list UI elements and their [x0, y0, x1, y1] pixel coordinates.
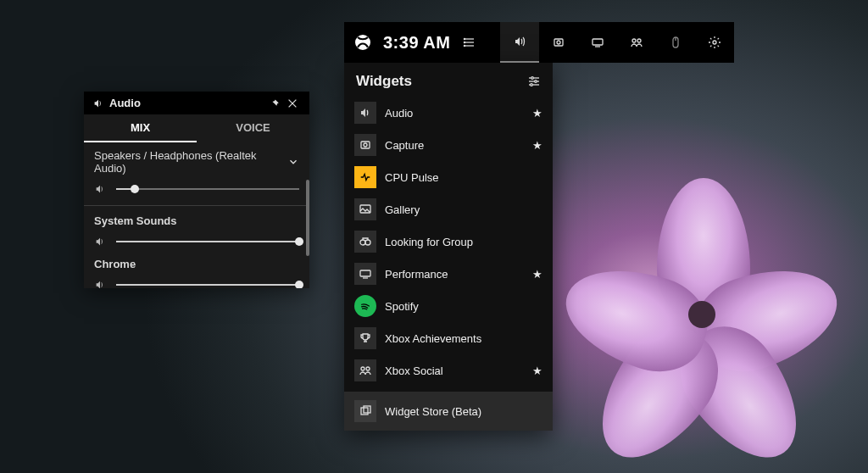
svg-rect-32 — [364, 406, 370, 413]
pin-icon[interactable] — [267, 97, 284, 109]
audio-title: Audio — [109, 97, 141, 109]
volume-icon — [94, 236, 109, 248]
audio-widget: Audio MIX VOICE Speakers / Headphones (R… — [84, 92, 309, 288]
chevron-down-icon[interactable] — [287, 156, 299, 168]
svg-point-0 — [355, 35, 370, 50]
svg-rect-31 — [361, 408, 368, 415]
volume-icon — [92, 97, 104, 109]
svg-point-20 — [535, 81, 537, 83]
widget-item-spotify[interactable]: Spotify — [344, 290, 553, 322]
svg-point-19 — [531, 77, 534, 80]
widget-item-label: Gallery — [385, 203, 420, 216]
svg-point-26 — [365, 240, 370, 245]
svg-rect-22 — [361, 142, 370, 148]
svg-rect-9 — [593, 39, 603, 45]
svg-point-12 — [637, 39, 641, 42]
social-icon — [354, 359, 376, 381]
favorite-star-icon[interactable]: ★ — [532, 268, 542, 281]
cpu-icon — [354, 166, 376, 188]
master-volume-slider[interactable] — [116, 188, 299, 190]
svg-point-8 — [557, 41, 560, 44]
topbar-capture-icon[interactable] — [539, 22, 578, 63]
audio-tabs: MIX VOICE — [84, 114, 309, 142]
svg-point-15 — [713, 41, 716, 44]
app-volume-label: Chrome — [94, 258, 299, 270]
tab-voice[interactable]: VOICE — [197, 114, 309, 142]
widget-item-social[interactable]: Xbox Social ★ — [344, 354, 553, 387]
volume-icon — [354, 102, 376, 124]
topbar-performance-icon[interactable] — [578, 22, 617, 63]
topbar-time: 3:39 AM — [383, 33, 450, 53]
widget-item-label: Looking for Group — [385, 236, 473, 248]
gallery-icon — [354, 198, 376, 220]
widget-item-label: Performance — [385, 268, 448, 281]
favorite-star-icon[interactable]: ★ — [532, 139, 542, 152]
svg-point-30 — [366, 367, 370, 370]
svg-rect-27 — [360, 270, 370, 276]
widget-item-capture[interactable]: Capture ★ — [344, 129, 553, 161]
tab-mix[interactable]: MIX — [84, 114, 197, 142]
xbox-logo-icon[interactable] — [344, 34, 381, 51]
audio-titlebar: Audio — [84, 92, 309, 114]
widget-item-audio[interactable]: Audio ★ — [344, 97, 553, 129]
svg-point-29 — [361, 367, 364, 370]
game-bar-topbar: 3:39 AM — [344, 22, 734, 63]
system-sounds-slider[interactable] — [116, 241, 299, 242]
widget-item-label: Capture — [385, 139, 424, 152]
svg-point-5 — [465, 42, 465, 42]
widget-item-label: Xbox Achievements — [385, 332, 481, 345]
widget-store-button[interactable]: Widget Store (Beta) — [344, 392, 553, 431]
widget-item-label: Audio — [385, 107, 413, 120]
favorite-star-icon[interactable]: ★ — [532, 107, 542, 120]
app-volume-label: System Sounds — [94, 214, 299, 227]
volume-icon — [94, 279, 109, 288]
widget-item-performance[interactable]: Performance ★ — [344, 258, 553, 290]
widget-item-label: Xbox Social — [385, 364, 443, 377]
widget-item-cpu-pulse[interactable]: CPU Pulse — [344, 161, 553, 193]
chrome-slider[interactable] — [116, 284, 299, 286]
widget-store-label: Widget Store (Beta) — [385, 405, 481, 418]
divider — [84, 205, 309, 206]
widgets-list: Audio ★ Capture ★ CPU Pulse Gallery Look… — [344, 97, 553, 387]
topbar-settings-icon[interactable] — [695, 22, 734, 63]
widget-item-label: CPU Pulse — [385, 171, 439, 184]
store-icon — [354, 400, 376, 422]
audio-body: Speakers / Headphones (Realtek Audio) Sy… — [84, 142, 309, 288]
svg-point-4 — [465, 38, 465, 39]
volume-icon — [94, 183, 109, 195]
widgets-panel: Widgets Audio ★ Capture ★ CPU Pulse Gall… — [344, 63, 553, 431]
widget-item-label: Spotify — [385, 300, 419, 313]
spotify-icon — [354, 295, 376, 317]
capture-icon — [354, 134, 376, 156]
performance-icon — [354, 263, 376, 285]
svg-point-25 — [360, 240, 365, 245]
topbar-audio-icon[interactable] — [500, 22, 539, 63]
favorite-star-icon[interactable]: ★ — [532, 364, 542, 377]
binoculars-icon — [354, 231, 376, 253]
svg-point-6 — [465, 45, 465, 46]
output-device-label: Speakers / Headphones (Realtek Audio) — [94, 149, 287, 175]
topbar-mouse-icon[interactable] — [656, 22, 695, 63]
widget-item-lfg[interactable]: Looking for Group — [344, 225, 553, 258]
widget-item-achievements[interactable]: Xbox Achievements — [344, 322, 553, 354]
widgets-panel-title: Widgets — [356, 73, 412, 90]
scrollbar[interactable] — [306, 180, 309, 256]
svg-point-23 — [364, 143, 367, 147]
svg-rect-7 — [554, 39, 563, 46]
svg-point-21 — [531, 84, 533, 86]
wallpaper-flower — [585, 195, 822, 432]
topbar-social-icon[interactable] — [617, 22, 656, 63]
widget-menu-toggle-icon[interactable] — [455, 36, 484, 49]
widget-item-gallery[interactable]: Gallery — [344, 193, 553, 225]
widgets-panel-settings-icon[interactable] — [527, 75, 541, 88]
svg-point-11 — [632, 39, 636, 42]
trophy-icon — [354, 327, 376, 349]
close-icon[interactable] — [284, 97, 301, 109]
